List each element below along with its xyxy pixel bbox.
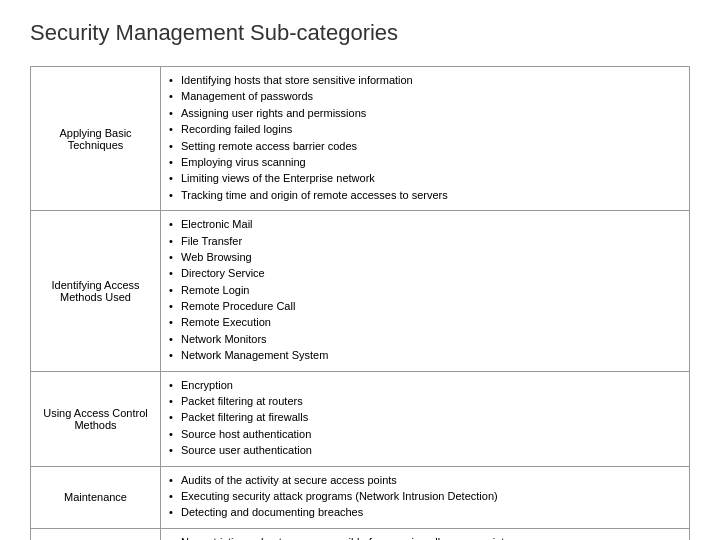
list-item: Remote Execution: [169, 315, 681, 330]
items-cell: Identifying hosts that store sensitive i…: [161, 67, 690, 211]
list-item: Assigning user rights and permissions: [169, 106, 681, 121]
list-item: Remote Procedure Call: [169, 299, 681, 314]
category-cell: Identifying Access Methods Used: [31, 211, 161, 372]
table-row: MaintenanceAudits of the activity at sec…: [31, 466, 690, 528]
list-item: Remote Login: [169, 283, 681, 298]
table-row: Accessing Public Data NetworksNo restric…: [31, 528, 690, 540]
list-item: Limiting views of the Enterprise network: [169, 171, 681, 186]
items-cell: Audits of the activity at secure access …: [161, 466, 690, 528]
list-item: Executing security attack programs (Netw…: [169, 489, 681, 504]
table-row: Using Access Control MethodsEncryptionPa…: [31, 371, 690, 466]
list-item: Encryption: [169, 378, 681, 393]
list-item: No restrictions - hosts are responsible …: [169, 535, 681, 540]
category-cell: Applying Basic Techniques: [31, 67, 161, 211]
category-cell: Accessing Public Data Networks: [31, 528, 161, 540]
list-item: Source user authentication: [169, 443, 681, 458]
list-item: Packet filtering at routers: [169, 394, 681, 409]
items-cell: EncryptionPacket filtering at routersPac…: [161, 371, 690, 466]
list-item: Recording failed logins: [169, 122, 681, 137]
items-cell: No restrictions - hosts are responsible …: [161, 528, 690, 540]
list-item: Detecting and documenting breaches: [169, 505, 681, 520]
list-item: Identifying hosts that store sensitive i…: [169, 73, 681, 88]
list-item: Audits of the activity at secure access …: [169, 473, 681, 488]
list-item: Source host authentication: [169, 427, 681, 442]
list-item: Setting remote access barrier codes: [169, 139, 681, 154]
list-item: Network Monitors: [169, 332, 681, 347]
list-item: Tracking time and origin of remote acces…: [169, 188, 681, 203]
list-item: Employing virus scanning: [169, 155, 681, 170]
table-row: Applying Basic TechniquesIdentifying hos…: [31, 67, 690, 211]
list-item: Web Browsing: [169, 250, 681, 265]
page-title: Security Management Sub-categories: [30, 20, 690, 46]
list-item: Packet filtering at firewalls: [169, 410, 681, 425]
list-item: Management of passwords: [169, 89, 681, 104]
category-cell: Maintenance: [31, 466, 161, 528]
security-table: Applying Basic TechniquesIdentifying hos…: [30, 66, 690, 540]
category-cell: Using Access Control Methods: [31, 371, 161, 466]
table-row: Identifying Access Methods UsedElectroni…: [31, 211, 690, 372]
list-item: File Transfer: [169, 234, 681, 249]
items-cell: Electronic MailFile TransferWeb Browsing…: [161, 211, 690, 372]
list-item: Directory Service: [169, 266, 681, 281]
list-item: Electronic Mail: [169, 217, 681, 232]
list-item: Network Management System: [169, 348, 681, 363]
